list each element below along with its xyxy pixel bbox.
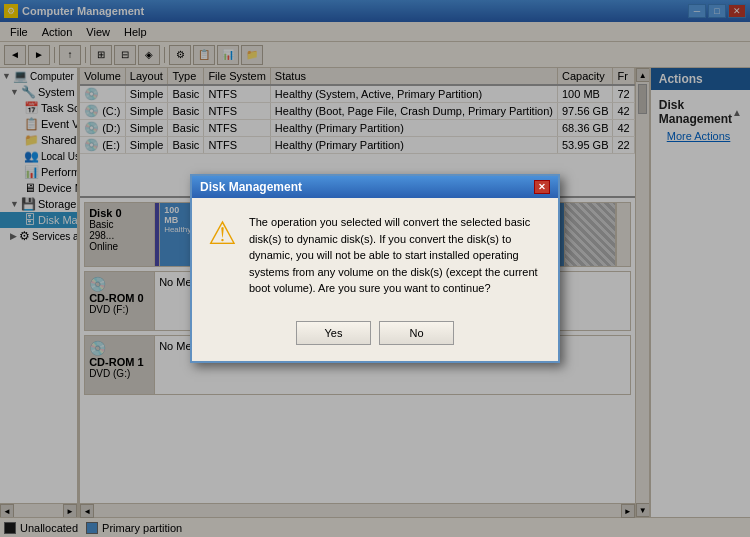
warning-icon: ⚠: [208, 214, 237, 297]
yes-button[interactable]: Yes: [296, 321, 371, 345]
modal-close-button[interactable]: ✕: [534, 180, 550, 194]
modal-buttons: Yes No: [192, 313, 558, 361]
modal-message: The operation you selected will convert …: [249, 214, 542, 297]
modal-title-bar: Disk Management ✕: [192, 176, 558, 198]
modal-overlay: Disk Management ✕ ⚠ The operation you se…: [0, 0, 750, 537]
modal-title: Disk Management: [200, 180, 302, 194]
no-button[interactable]: No: [379, 321, 454, 345]
modal-content: ⚠ The operation you selected will conver…: [192, 198, 558, 313]
disk-management-dialog: Disk Management ✕ ⚠ The operation you se…: [190, 174, 560, 363]
